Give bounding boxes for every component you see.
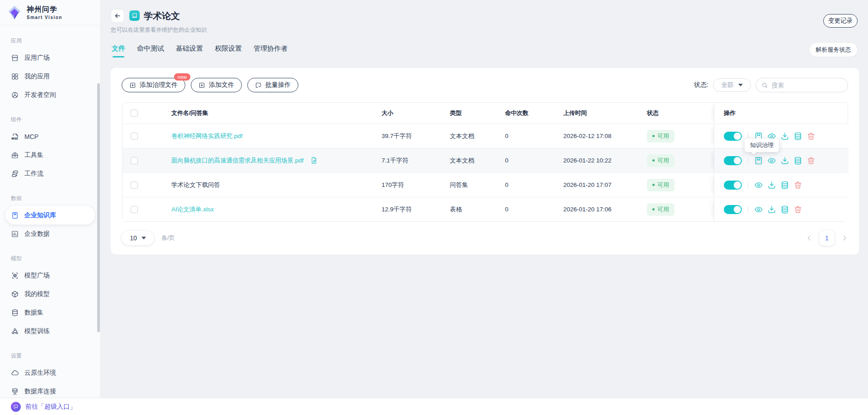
- sidebar-item-my-models[interactable]: 我的模型: [5, 285, 95, 303]
- sidebar-item-label: 企业知识库: [24, 211, 56, 219]
- change-log-button[interactable]: 变更记录: [823, 14, 858, 28]
- view-icon[interactable]: [754, 205, 763, 214]
- sidebar-item-label: 我的应用: [24, 72, 50, 81]
- sidebar-item-developer-space[interactable]: 开发者空间: [5, 86, 95, 104]
- grid-icon: [11, 72, 19, 81]
- batch-operation-label: 批量操作: [265, 81, 291, 89]
- file-size: 39.7千字符: [382, 132, 450, 140]
- tab-permission-settings[interactable]: 权限设置: [215, 44, 242, 56]
- page-subtitle: 您可以在这里查看并维护您的企业知识: [111, 26, 207, 34]
- enable-toggle[interactable]: [724, 181, 742, 190]
- row-checkbox[interactable]: [131, 206, 138, 213]
- bottom-bar: 前往「超级入口」: [0, 398, 868, 415]
- delete-icon[interactable]: [807, 156, 816, 165]
- file-type: 文本文档: [450, 132, 505, 140]
- divider: [748, 206, 748, 213]
- sidebar-item-label: 工作流: [24, 170, 43, 178]
- sidebar-item-my-apps[interactable]: 我的应用: [5, 67, 95, 86]
- next-page-button[interactable]: [841, 234, 848, 242]
- status-badge: 可用: [647, 154, 675, 167]
- knowledge-governance-icon[interactable]: 知识治理: [754, 156, 763, 165]
- file-edit-icon[interactable]: [310, 157, 318, 164]
- sidebar-item-cloud-native-env[interactable]: 云原生环境: [5, 363, 95, 382]
- section-label-models: 模型: [11, 255, 90, 262]
- section-label-settings: 设置: [11, 352, 90, 360]
- col-header-upload-time: 上传时间: [563, 109, 647, 117]
- download-icon[interactable]: [780, 132, 789, 141]
- segments-icon[interactable]: [793, 132, 802, 141]
- add-governed-file-button[interactable]: 添加治理文件 new: [122, 78, 185, 92]
- upload-time: 2026-01-22 10:22: [563, 157, 647, 164]
- upload-time: 2026-02-12 17:08: [563, 133, 647, 139]
- search-input[interactable]: [772, 82, 835, 89]
- view-icon[interactable]: [767, 156, 776, 165]
- view-icon[interactable]: [754, 181, 763, 190]
- hit-count: 0: [505, 206, 563, 213]
- add-file-button[interactable]: 添加文件: [191, 78, 242, 92]
- segments-icon[interactable]: [780, 181, 789, 190]
- col-header-hits: 命中次数: [505, 109, 563, 117]
- select-all-checkbox[interactable]: [131, 110, 138, 117]
- download-icon[interactable]: [780, 156, 789, 165]
- row-checkbox[interactable]: [131, 157, 138, 164]
- training-icon: [11, 327, 19, 335]
- download-icon[interactable]: [767, 181, 776, 190]
- sidebar-item-model-market[interactable]: 模型广场: [5, 266, 95, 285]
- file-name-link[interactable]: AI论文清单.xlsx: [171, 205, 214, 214]
- sidebar-item-workflow[interactable]: 工作流: [5, 164, 95, 183]
- row-checkbox[interactable]: [131, 133, 138, 140]
- sidebar-item-enterprise-knowledge-base[interactable]: 企业知识库: [5, 206, 95, 224]
- pagination: 10 条/页 1: [122, 229, 848, 247]
- tab-hit-test[interactable]: 命中测试: [137, 44, 164, 56]
- batch-operation-button[interactable]: 批量操作: [247, 78, 298, 92]
- sidebar-item-datasets[interactable]: 数据集: [5, 303, 95, 322]
- tab-collaborators[interactable]: 管理协作者: [254, 44, 288, 56]
- tab-basic-settings[interactable]: 基础设置: [176, 44, 203, 56]
- dev-space-icon: [11, 91, 19, 99]
- page-number-button[interactable]: 1: [819, 230, 835, 246]
- status-filter-select[interactable]: 全部: [713, 78, 751, 92]
- segments-icon[interactable]: [793, 156, 802, 165]
- sidebar-item-label: 数据集: [24, 309, 43, 317]
- delete-icon[interactable]: [793, 205, 802, 214]
- super-entry-link[interactable]: 前往「超级入口」: [25, 403, 76, 411]
- delete-icon[interactable]: [793, 181, 802, 190]
- sidebar-item-label: 数据库连接: [24, 387, 56, 396]
- sidebar-item-database-connections[interactable]: 数据库连接: [5, 382, 95, 398]
- file-name-link[interactable]: 面向脑机接口的高速通信需求及相关应用场景.pdf: [171, 157, 304, 165]
- file-name-link[interactable]: 卷积神经网络实践研究.pdf: [171, 132, 243, 140]
- sidebar-item-enterprise-data[interactable]: 企业数据: [5, 224, 95, 243]
- sidebar-item-model-training[interactable]: 模型训练: [5, 322, 95, 340]
- sidebar-item-label: 云原生环境: [24, 369, 56, 377]
- file-size: 170字符: [382, 181, 450, 189]
- sidebar-item-app-market[interactable]: 应用广场: [5, 48, 95, 67]
- db-connect-icon: [11, 387, 19, 396]
- page-title: 学术论文: [144, 10, 180, 22]
- enable-toggle[interactable]: [724, 205, 742, 214]
- delete-icon[interactable]: [807, 132, 816, 141]
- new-badge: new: [174, 73, 190, 81]
- sidebar-item-toolset[interactable]: 工具集: [5, 146, 95, 164]
- parse-service-status-button[interactable]: 解析服务状态: [810, 43, 857, 57]
- col-header-size: 大小: [382, 109, 450, 117]
- col-header-actions: 操作: [714, 103, 849, 124]
- back-button[interactable]: [111, 9, 124, 23]
- row-checkbox[interactable]: [131, 181, 138, 189]
- tab-bar: 文件 命中测试 基础设置 权限设置 管理协作者: [112, 43, 288, 57]
- hit-count: 0: [505, 181, 563, 188]
- prev-page-button[interactable]: [806, 234, 813, 242]
- file-size: 7.1千字符: [382, 157, 450, 165]
- col-header-status: 状态: [647, 109, 714, 117]
- page-size-select[interactable]: 10: [122, 231, 154, 245]
- file-type: 文本文档: [450, 157, 505, 165]
- sidebar-item-mcp[interactable]: MCP MCP: [5, 127, 95, 146]
- enable-toggle[interactable]: [724, 156, 742, 165]
- logo-icon: [6, 5, 23, 21]
- enable-toggle[interactable]: [724, 132, 742, 141]
- tab-files[interactable]: 文件: [112, 44, 125, 56]
- segments-icon[interactable]: [780, 205, 789, 214]
- download-icon[interactable]: [767, 205, 776, 214]
- table-row: 面向脑机接口的高速通信需求及相关应用场景.pdf 7.1千字符 文本文档 0 2…: [123, 148, 848, 172]
- sidebar-scrollbar[interactable]: [97, 83, 100, 332]
- file-name: 学术论文下载问答: [171, 181, 220, 189]
